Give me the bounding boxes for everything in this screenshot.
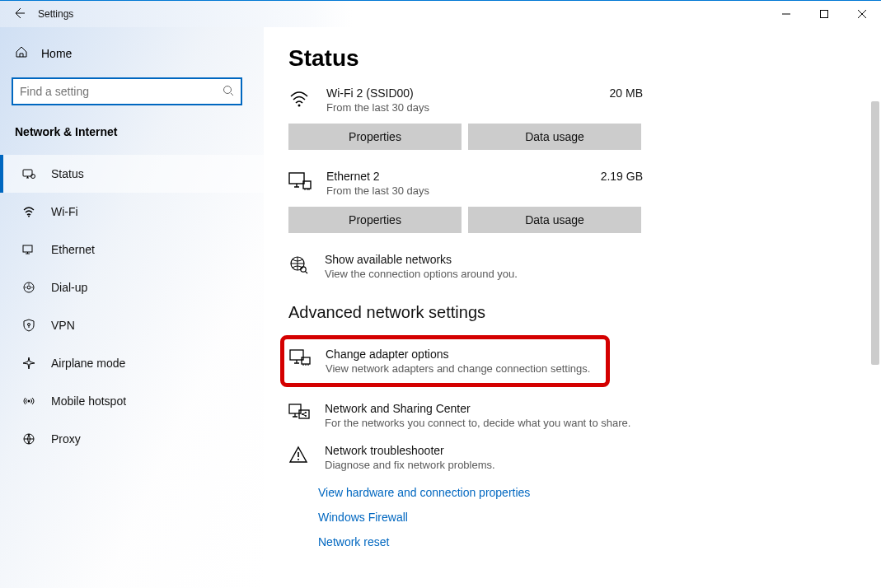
- dialup-icon: [21, 281, 36, 294]
- data-usage-button[interactable]: Data usage: [468, 207, 641, 233]
- settings-window: Settings Home Network & Interne: [0, 0, 881, 588]
- svg-point-1: [224, 86, 232, 93]
- adv-sub: View network adapters and change connect…: [326, 362, 590, 375]
- adv-network-troubleshooter[interactable]: Network troubleshooterDiagnose and fix n…: [288, 444, 856, 471]
- link-windows-firewall[interactable]: Windows Firewall: [318, 511, 856, 524]
- show-available-networks[interactable]: Show available networks View the connect…: [288, 253, 856, 280]
- link-network-reset[interactable]: Network reset: [318, 535, 856, 548]
- nav-label: Mobile hotspot: [51, 394, 126, 408]
- svg-point-10: [25, 287, 26, 287]
- sidebar-item-dial-up[interactable]: Dial-up: [0, 268, 264, 306]
- proxy-icon: [21, 432, 36, 446]
- ethernet-icon: [21, 243, 36, 256]
- home-link[interactable]: Home: [0, 37, 264, 69]
- airplane-icon: [21, 357, 36, 370]
- sidebar-item-vpn[interactable]: VPN: [0, 306, 264, 344]
- svg-point-7: [27, 286, 30, 289]
- search-box[interactable]: [12, 77, 242, 105]
- ethernet-icon: [288, 170, 312, 194]
- minimize-button[interactable]: [767, 1, 805, 27]
- network-entry: Ethernet 2From the last 30 days2.19 GB: [288, 170, 643, 197]
- properties-button[interactable]: Properties: [288, 207, 462, 233]
- search-input[interactable]: [20, 85, 223, 98]
- adv-sub: For the networks you connect to, decide …: [325, 417, 630, 429]
- nav-label: VPN: [51, 319, 75, 332]
- category-header: Network & Internet: [0, 119, 264, 147]
- adapter-icon: [289, 348, 311, 370]
- data-usage-button[interactable]: Data usage: [468, 124, 641, 150]
- network-usage: 20 MB: [610, 86, 643, 100]
- adv-title: Network and Sharing Center: [325, 402, 630, 415]
- show-networks-sub: View the connection options around you.: [325, 268, 518, 280]
- vpn-icon: [21, 319, 36, 332]
- content-area: Status Wi-Fi 2 (SSID00)From the last 30 …: [264, 27, 881, 588]
- adv-change-adapter-options[interactable]: Change adapter optionsView network adapt…: [280, 335, 610, 387]
- svg-point-26: [298, 459, 299, 460]
- adv-network-and-sharing-center[interactable]: Network and Sharing CenterFor the networ…: [288, 402, 856, 429]
- network-entry: Wi-Fi 2 (SSID00)From the last 30 days20 …: [288, 86, 643, 114]
- properties-button[interactable]: Properties: [288, 124, 462, 150]
- nav-label: Wi-Fi: [51, 205, 78, 218]
- adv-sub: Diagnose and fix network problems.: [325, 459, 495, 471]
- wifi-icon: [288, 86, 312, 112]
- close-button[interactable]: [843, 1, 881, 27]
- adv-title: Network troubleshooter: [325, 444, 495, 457]
- sidebar: Home Network & Internet StatusWi-FiEther…: [0, 27, 264, 588]
- network-sub: From the last 30 days: [326, 184, 586, 197]
- sidebar-item-proxy[interactable]: Proxy: [0, 420, 264, 458]
- sharing-icon: [288, 402, 310, 424]
- svg-point-8: [28, 283, 29, 284]
- nav-list: StatusWi-FiEthernetDial-upVPNAirplane mo…: [0, 155, 264, 458]
- sidebar-item-status[interactable]: Status: [0, 155, 264, 193]
- maximize-button[interactable]: [805, 1, 843, 27]
- sidebar-item-wi-fi[interactable]: Wi-Fi: [0, 193, 264, 231]
- globe-icon: [288, 253, 310, 277]
- svg-rect-0: [821, 11, 828, 18]
- network-sub: From the last 30 days: [326, 101, 595, 114]
- window-title: Settings: [38, 8, 73, 20]
- svg-point-9: [31, 287, 32, 287]
- wifi-icon: [21, 205, 36, 218]
- svg-point-11: [28, 324, 30, 326]
- advanced-section-title: Advanced network settings: [288, 303, 856, 322]
- troubleshoot-icon: [288, 444, 310, 466]
- search-icon: [223, 85, 234, 99]
- page-title: Status: [288, 45, 856, 72]
- nav-label: Proxy: [51, 432, 81, 446]
- sidebar-item-airplane-mode[interactable]: Airplane mode: [0, 344, 264, 382]
- scrollbar[interactable]: [869, 27, 881, 588]
- network-usage: 2.19 GB: [601, 170, 643, 183]
- home-label: Home: [41, 47, 72, 60]
- sidebar-item-mobile-hotspot[interactable]: Mobile hotspot: [0, 382, 264, 420]
- home-icon: [15, 45, 28, 61]
- hotspot-icon: [21, 394, 36, 408]
- nav-label: Airplane mode: [51, 357, 125, 370]
- sidebar-item-ethernet[interactable]: Ethernet: [0, 231, 264, 268]
- nav-label: Dial-up: [51, 281, 87, 294]
- adv-title: Change adapter options: [326, 348, 590, 361]
- network-name: Ethernet 2: [326, 170, 586, 183]
- status-icon: [21, 167, 36, 180]
- link-view-hardware-and-connection-properties[interactable]: View hardware and connection properties: [318, 486, 856, 499]
- svg-point-12: [28, 400, 30, 403]
- back-button[interactable]: [0, 7, 38, 22]
- svg-rect-15: [289, 173, 304, 184]
- svg-rect-5: [23, 245, 32, 252]
- nav-label: Status: [51, 167, 84, 180]
- show-networks-title: Show available networks: [325, 253, 518, 266]
- svg-point-4: [28, 216, 30, 217]
- titlebar: Settings: [0, 1, 881, 27]
- network-name: Wi-Fi 2 (SSID00): [326, 86, 595, 100]
- nav-label: Ethernet: [51, 243, 95, 256]
- svg-point-14: [298, 105, 301, 107]
